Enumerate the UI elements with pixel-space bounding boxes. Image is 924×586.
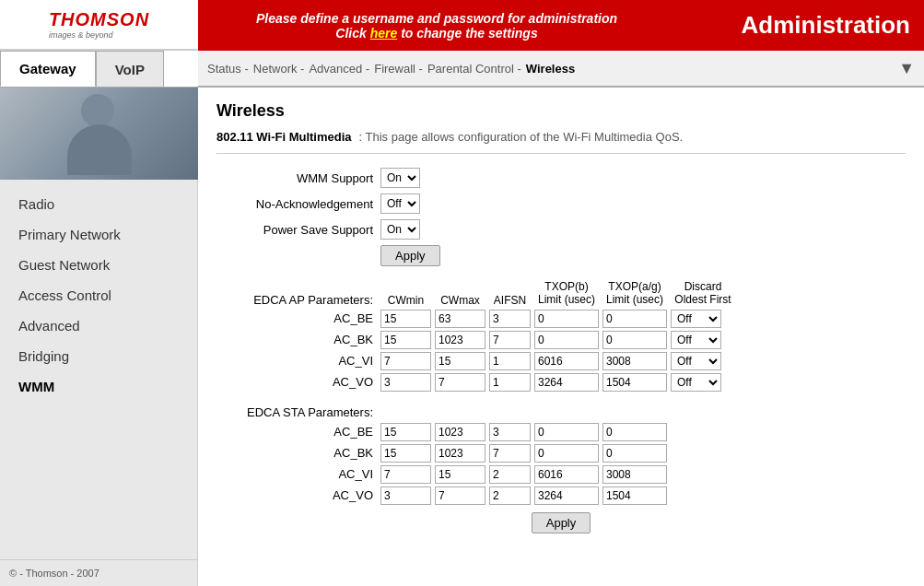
edca-ap-vi-aifsn[interactable] <box>489 352 531 370</box>
edca-ap-bk-aifsn[interactable] <box>489 331 531 349</box>
edca-ap-vi-cwmax[interactable] <box>435 352 485 370</box>
nav-tab-voip[interactable]: VoIP <box>96 51 164 87</box>
edca-ap-vo-cwmin[interactable] <box>380 373 431 392</box>
nav-subnav: Status - Network - Advanced - Firewall -… <box>198 51 924 87</box>
apply-button-top[interactable]: Apply <box>380 245 440 266</box>
edca-ap-be-label: AC_BE <box>216 311 380 325</box>
edca-ap-be-txopa[interactable] <box>602 310 667 328</box>
edca-sta-be-inputs <box>380 423 667 441</box>
edca-sta-bk-txopa[interactable] <box>602 444 667 463</box>
edca-sta-vo-label: AC_VO <box>216 488 380 502</box>
subnav-advanced[interactable]: Advanced - <box>309 62 369 76</box>
edca-ap-bk-cwmin[interactable] <box>380 331 431 349</box>
sidebar-item-guest-network[interactable]: Guest Network <box>0 250 197 280</box>
sidebar-item-wmm[interactable]: WMM <box>0 371 197 402</box>
edca-ap-vo-row: AC_VO OffOn <box>216 373 906 392</box>
subnav-status[interactable]: Status - <box>207 62 249 76</box>
edca-sta-vo-aifsn[interactable] <box>489 486 531 505</box>
edca-ap-vo-aifsn[interactable] <box>489 373 531 392</box>
content-area: Wireless 802.11 Wi-Fi Multimedia : This … <box>198 88 924 586</box>
edca-ap-vi-txopb[interactable] <box>534 352 599 370</box>
subnav-wireless[interactable]: Wireless <box>526 62 575 76</box>
edca-ap-bk-txopa[interactable] <box>602 331 667 349</box>
edca-ap-bk-label: AC_BK <box>216 333 380 346</box>
edca-ap-vo-discard[interactable]: OffOn <box>671 373 721 392</box>
no-ack-select[interactable]: Off On <box>380 193 420 214</box>
edca-sta-be-cwmin[interactable] <box>380 423 431 441</box>
edca-ap-vi-cwmin[interactable] <box>380 352 431 370</box>
edca-sta-be-txopb[interactable] <box>534 423 599 441</box>
subnav-network[interactable]: Network - <box>253 62 305 76</box>
edca-ap-vi-txopa[interactable] <box>602 352 667 370</box>
page-header-title: Administration <box>742 11 910 40</box>
edca-ap-vo-txopb[interactable] <box>534 373 599 392</box>
edca-ap-bk-cwmax[interactable] <box>435 331 485 349</box>
edca-ap-col-headers: EDCA AP Parameters: CWmin CWmax AIFSN TX… <box>216 280 906 307</box>
edca-ap-be-aifsn[interactable] <box>489 310 531 328</box>
edca-sta-vi-row: AC_VI <box>216 465 906 484</box>
sidebar-photo <box>0 88 198 180</box>
edca-sta-vo-inputs <box>380 486 667 505</box>
edca-sta-vo-cwmax[interactable] <box>435 486 485 505</box>
edca-sta-bk-inputs <box>380 444 667 463</box>
wmm-support-section: WMM Support On Off No-Acknowledgement Of… <box>216 168 906 266</box>
edca-sta-vi-txopa[interactable] <box>602 465 667 484</box>
subnav-parental[interactable]: Parental Control - <box>427 62 521 76</box>
edca-ap-label: EDCA AP Parameters: <box>216 293 380 307</box>
banner-link[interactable]: here <box>370 26 398 41</box>
main-layout: Radio Primary Network Guest Network Acce… <box>0 88 924 586</box>
sidebar-item-bridging[interactable]: Bridging <box>0 341 197 371</box>
edca-ap-be-row: AC_BE OffOn <box>216 310 906 328</box>
edca-ap-be-cwmax[interactable] <box>435 310 485 328</box>
edca-sta-bk-cwmax[interactable] <box>435 444 485 463</box>
section-title: 802.11 Wi-Fi Multimedia <box>216 130 352 144</box>
nav-dropdown-icon[interactable]: ▼ <box>898 59 915 78</box>
header-banner: Please define a username and password fo… <box>198 0 675 51</box>
power-save-row: Power Save Support On Off <box>216 219 906 240</box>
power-save-select[interactable]: On Off <box>380 219 420 240</box>
edca-sta-be-row: AC_BE <box>216 423 906 441</box>
col-aifsn-header: AIFSN <box>489 294 531 307</box>
edca-sta-vi-cwmax[interactable] <box>435 465 485 484</box>
edca-sta-be-cwmax[interactable] <box>435 423 485 441</box>
edca-ap-be-cwmin[interactable] <box>380 310 431 328</box>
edca-ap-vo-cwmax[interactable] <box>435 373 485 392</box>
sidebar-nav: Radio Primary Network Guest Network Acce… <box>0 180 197 559</box>
edca-ap-be-txopb[interactable] <box>534 310 599 328</box>
banner-line2: Click here to change the settings <box>335 26 537 41</box>
subnav-firewall[interactable]: Firewall - <box>374 62 423 76</box>
edca-ap-bk-txopb[interactable] <box>534 331 599 349</box>
col-cwmin-header: CWmin <box>380 294 431 307</box>
edca-sta-vo-txopb[interactable] <box>534 486 599 505</box>
sidebar-item-advanced[interactable]: Advanced <box>0 311 197 341</box>
edca-ap-vi-discard[interactable]: OffOn <box>671 352 721 370</box>
edca-ap-vi-inputs: OffOn <box>380 352 721 370</box>
edca-ap-be-discard[interactable]: OffOn <box>671 310 721 328</box>
edca-sta-vi-txopb[interactable] <box>534 465 599 484</box>
edca-sta-be-aifsn[interactable] <box>489 423 531 441</box>
nav-tabs: Gateway VoIP <box>0 51 198 87</box>
wmm-support-row: WMM Support On Off <box>216 168 906 188</box>
edca-ap-bk-discard[interactable]: OffOn <box>671 331 721 349</box>
edca-sta-vo-cwmin[interactable] <box>380 486 431 505</box>
power-save-label: Power Save Support <box>216 223 373 237</box>
edca-sta-vi-cwmin[interactable] <box>380 465 431 484</box>
sidebar-item-access-control[interactable]: Access Control <box>0 280 197 311</box>
edca-sta-be-txopa[interactable] <box>602 423 667 441</box>
nav-tab-gateway[interactable]: Gateway <box>0 51 96 87</box>
edca-sta-bk-cwmin[interactable] <box>380 444 431 463</box>
edca-sta-bk-txopb[interactable] <box>534 444 599 463</box>
edca-sta-vo-txopa[interactable] <box>602 486 667 505</box>
sidebar-item-primary-network[interactable]: Primary Network <box>0 219 197 250</box>
edca-sta-vi-aifsn[interactable] <box>489 465 531 484</box>
edca-sta-bk-aifsn[interactable] <box>489 444 531 463</box>
edca-ap-vo-txopa[interactable] <box>602 373 667 392</box>
edca-sta-section: EDCA STA Parameters: AC_BE AC_BK <box>216 405 906 533</box>
edca-sta-label: EDCA STA Parameters: <box>216 405 380 419</box>
edca-ap-be-inputs: OffOn <box>380 310 721 328</box>
thomson-logo: THOMSON images & beyond <box>49 9 149 40</box>
wmm-support-select[interactable]: On Off <box>380 168 420 188</box>
apply-button-bottom[interactable]: Apply <box>532 512 591 533</box>
person-body <box>67 124 132 175</box>
sidebar-item-radio[interactable]: Radio <box>0 189 197 219</box>
